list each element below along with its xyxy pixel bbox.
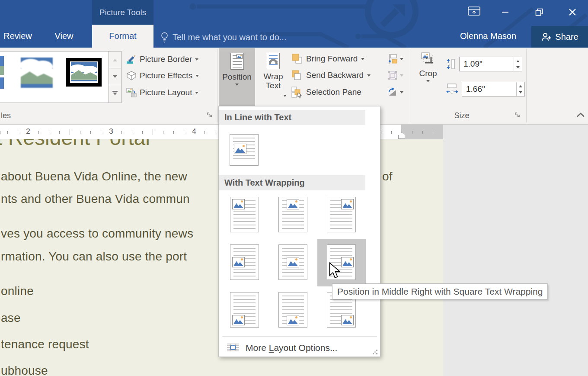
tab-review-label: Review: [3, 31, 32, 41]
image-glyph-icon: [341, 257, 354, 267]
picture-layout-button[interactable]: Picture Layout: [125, 86, 200, 100]
size-group-label: Size: [444, 111, 479, 120]
document-text-line[interactable]: ase: [1, 311, 21, 325]
more-layout-options-item[interactable]: More Layout Options...: [219, 339, 381, 357]
bring-forward-button[interactable]: Bring Forward: [291, 52, 364, 65]
picture-effects-button[interactable]: Picture Effects: [125, 69, 201, 83]
position-option-middle-right[interactable]: [317, 239, 366, 286]
bring-forward-icon: [291, 53, 303, 64]
tell-me-box[interactable]: Tell me what you want to do...: [161, 29, 286, 45]
ruler-number: 2: [25, 127, 31, 136]
collapse-ribbon-button[interactable]: [576, 112, 586, 119]
position-button[interactable]: Position: [219, 48, 255, 106]
position-gallery-menu: In Line with Text With Text Wrapping Mor…: [218, 106, 380, 357]
frame-thumbnail-art: [70, 61, 98, 83]
send-backward-icon: [291, 70, 303, 81]
picture-style-partial-item[interactable]: [0, 56, 4, 89]
account-user-name[interactable]: Olenna Mason: [448, 25, 528, 48]
ruler-number: 3: [108, 127, 114, 136]
picture-style-metal-frame[interactable]: [66, 58, 102, 87]
position-option-bottom-left[interactable]: [220, 286, 269, 334]
inline-section-header: In Line with Text: [219, 110, 365, 125]
wrap-text-icon: [267, 53, 280, 69]
document-text-line[interactable]: ves you access to community news: [1, 227, 193, 241]
shape-width-field: [462, 82, 525, 96]
crop-button[interactable]: Crop: [413, 49, 443, 105]
position-option-top-right[interactable]: [317, 191, 366, 239]
tab-review[interactable]: Review: [0, 25, 35, 48]
picture-layout-icon: [126, 87, 137, 98]
document-text-line[interactable]: ubhouse: [1, 364, 48, 376]
gallery-more-button[interactable]: [109, 85, 121, 103]
position-icon: [230, 53, 244, 70]
rotate-button[interactable]: [387, 86, 403, 99]
close-button[interactable]: [563, 4, 582, 20]
position-option-top-center[interactable]: [269, 191, 317, 239]
shape-width-spinner[interactable]: [516, 82, 524, 96]
shape-height-input[interactable]: [460, 57, 513, 71]
selection-pane-icon: [291, 87, 303, 98]
image-glyph-icon: [232, 257, 245, 267]
shape-width-row: [446, 82, 525, 96]
share-button[interactable]: Share: [531, 26, 588, 48]
group-button[interactable]: [387, 69, 403, 82]
close-icon: [569, 8, 576, 16]
picture-border-button[interactable]: Picture Border: [125, 52, 200, 66]
user-name-label: Olenna Mason: [460, 31, 516, 41]
position-option-middle-center[interactable]: [269, 239, 317, 286]
gallery-scroll-down-button[interactable]: [109, 68, 121, 85]
size-dialog-launcher[interactable]: [514, 112, 521, 119]
ribbon-display-options-button[interactable]: [466, 4, 483, 20]
tell-me-placeholder: Tell me what you want to do...: [173, 32, 286, 42]
down-arrow-icon: [113, 75, 117, 80]
tab-format-label: Format: [109, 31, 136, 41]
share-label: Share: [555, 32, 578, 42]
menu-separator: [222, 336, 377, 337]
crop-icon: [421, 52, 435, 66]
picture-border-label: Picture Border: [140, 55, 192, 64]
more-layout-options-label: More Layout Options...: [246, 343, 337, 353]
image-glyph-icon: [287, 199, 299, 209]
position-option-middle-left[interactable]: [220, 239, 269, 286]
shape-height-spinner[interactable]: [514, 57, 522, 71]
position-option-top-left[interactable]: [220, 191, 269, 239]
position-option-inline[interactable]: [230, 134, 259, 166]
gallery-scroll-up-button[interactable]: [109, 51, 121, 68]
dropdown-caret-icon: [426, 80, 430, 84]
picture-styles-dialog-launcher[interactable]: [207, 112, 214, 119]
document-text-line[interactable]: about Buena Vida Online, the new: [1, 170, 187, 183]
align-button[interactable]: [387, 52, 403, 65]
dropdown-caret-icon: [195, 58, 198, 62]
wrap-text-button[interactable]: Wrap Text: [257, 48, 290, 106]
share-person-icon: [541, 32, 552, 42]
minimize-button[interactable]: [497, 4, 514, 20]
shape-width-input[interactable]: [462, 82, 516, 96]
picture-layout-label: Picture Layout: [140, 88, 192, 97]
restore-down-button[interactable]: [531, 4, 547, 20]
tab-format-active[interactable]: Format: [92, 25, 153, 48]
image-glyph-icon: [287, 315, 299, 325]
dialog-launcher-icon: [514, 112, 521, 118]
ruler-half-inch-mark: [70, 129, 70, 135]
document-text-line[interactable]: rmation. You can also use the port: [1, 250, 187, 264]
position-option-bottom-center[interactable]: [269, 286, 317, 334]
document-text-line[interactable]: of: [382, 170, 393, 183]
dropdown-caret-icon: [361, 58, 364, 62]
image-glyph-icon: [341, 315, 354, 325]
document-text-line[interactable]: tenance request: [1, 337, 89, 351]
rotate-icon: [387, 87, 398, 97]
shape-height-icon: [446, 59, 456, 69]
tooltip: Position in Middle Right with Square Tex…: [332, 283, 548, 299]
document-text-line[interactable]: nts and other Buena Vida commun: [1, 192, 190, 206]
down-arrow-icon: [113, 93, 117, 97]
dropdown-caret-icon: [400, 58, 403, 62]
document-text-line[interactable]: online: [1, 284, 34, 298]
dropdown-caret-icon: [400, 91, 403, 95]
picture-style-soft-edge[interactable]: [19, 57, 54, 89]
tab-view[interactable]: View: [46, 25, 82, 48]
layout-options-icon: [227, 343, 240, 353]
lightbulb-icon: [161, 32, 168, 43]
send-backward-button[interactable]: Send Backward: [291, 69, 371, 82]
resize-grip[interactable]: [372, 349, 378, 354]
selection-pane-button[interactable]: Selection Pane: [291, 86, 361, 99]
